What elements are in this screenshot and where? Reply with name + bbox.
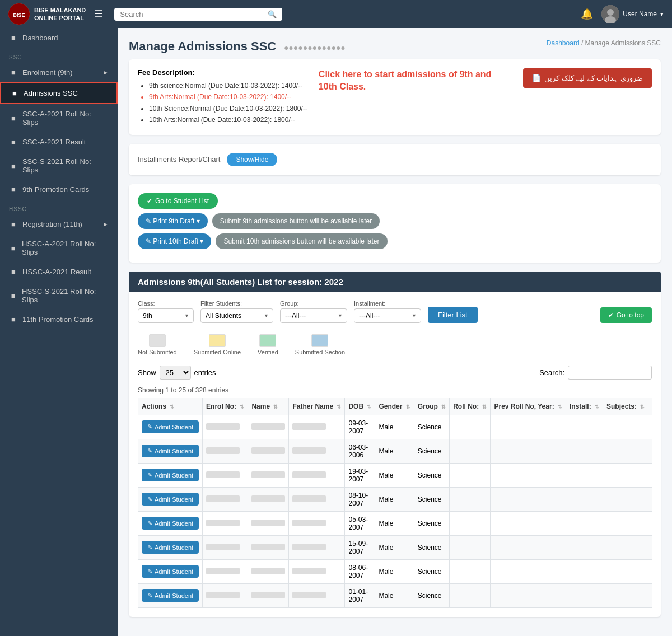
sidebar-item-label: SSC-S-2021 Roll No: Slips [22, 157, 109, 174]
print-10th-draft-button[interactable]: ✎ Print 10th Draft ▾ [138, 233, 211, 249]
sidebar-item-hssc-a-result[interactable]: ■ HSSC-A-2021 Result [0, 262, 118, 282]
cell-dob: 09-03-2007 [345, 415, 375, 439]
cell-subjects [603, 439, 648, 463]
cell-enrol [203, 463, 248, 487]
search-row: Search: [539, 366, 652, 380]
enrol-value [206, 568, 240, 574]
legend-not-submitted: Not Submitted [138, 334, 177, 356]
admit-student-button[interactable]: ✎ Admit Student [142, 589, 199, 602]
urdu-button-icon: 📄 [532, 74, 541, 82]
filter-class-select[interactable]: 9th 10th [138, 308, 194, 323]
father-value [292, 520, 326, 526]
table-search-input[interactable] [568, 366, 652, 380]
edit-icon: ✎ [147, 471, 152, 479]
roll-icon: ■ [9, 114, 18, 123]
search-box[interactable]: 🔍 [114, 8, 282, 21]
edit-icon: ✎ [147, 592, 152, 599]
cell-dob: 01-01-2007 [345, 583, 375, 607]
table-row: ✎ Admit Student 08-10-2007 Male Science … [138, 487, 652, 511]
cell-roll [450, 439, 491, 463]
filter-students-label: Filter Students: [200, 300, 273, 307]
breadcrumb-home-link[interactable]: Dashboard [547, 39, 580, 47]
edit-icon: ✎ [147, 447, 152, 455]
print-icon: ✎ [146, 217, 151, 225]
submitted-online-label: Submitted Online [194, 349, 241, 356]
sidebar-item-label: 11th Promotion Cards [22, 315, 93, 324]
cell-adm-date [648, 463, 652, 487]
promotion-icon: ■ [9, 185, 18, 194]
sidebar-item-admissions-ssc[interactable]: ■ Admissions SSC [0, 82, 118, 104]
hssc-roll-icon: ■ [9, 244, 17, 252]
entries-left: Show 25 50 100 entries [138, 366, 216, 380]
cell-name [248, 583, 289, 607]
col-name: Name ⇅ [248, 398, 289, 415]
cell-roll [450, 463, 491, 487]
cell-name [248, 535, 289, 559]
filter-class-label: Class: [138, 300, 194, 307]
cell-father [289, 487, 345, 511]
cell-actions: ✎ Admit Student [138, 439, 203, 463]
cell-group: Science [414, 463, 449, 487]
user-menu[interactable]: User Name ▾ [601, 5, 664, 23]
sidebar-item-ssc-a-result[interactable]: ■ SSC-A-2021 Result [0, 132, 118, 152]
submit-9th-later-button[interactable]: Submit 9th admissions button will be ava… [212, 213, 380, 229]
print-9th-draft-button[interactable]: ✎ Print 9th Draft ▾ [138, 213, 208, 229]
urdu-button-label: ضروری ہدایات کے لیے کلک کریں [544, 74, 643, 82]
filter-group-select[interactable]: ---All--- Science Arts [280, 308, 347, 323]
cell-roll [450, 511, 491, 535]
sidebar-item-hssc-a-roll[interactable]: ■ HSSC-A-2021 Roll No: Slips [0, 234, 118, 262]
sidebar-item-hssc-s-roll[interactable]: ■ HSSC-S-2021 Roll No: Slips [0, 282, 118, 310]
cell-subjects [603, 487, 648, 511]
admit-student-button[interactable]: ✎ Admit Student [142, 420, 199, 433]
cell-name [248, 487, 289, 511]
cell-enrol [203, 559, 248, 583]
cell-enrol [203, 439, 248, 463]
enrol-value [206, 447, 240, 454]
cell-actions: ✎ Admit Student [138, 583, 203, 607]
cell-roll [450, 583, 491, 607]
filter-students-select[interactable]: All Students [200, 308, 273, 323]
admit-student-button[interactable]: ✎ Admit Student [142, 565, 199, 578]
entries-select[interactable]: 25 50 100 [160, 366, 191, 380]
admit-student-button[interactable]: ✎ Admit Student [142, 517, 199, 530]
admit-student-button[interactable]: ✎ Admit Student [142, 469, 199, 481]
show-hide-button[interactable]: Show/Hide [227, 153, 277, 166]
submit-10th-later-button[interactable]: Submit 10th admissions button will be av… [216, 233, 387, 249]
name-value [251, 495, 285, 502]
legend-submitted-online: Submitted Online [194, 334, 241, 356]
admit-student-button[interactable]: ✎ Admit Student [142, 493, 199, 506]
breadcrumb-row: Manage Admissions SSC ●●●●●●●●●●●●● Dash… [129, 39, 661, 54]
name-value [251, 423, 285, 430]
sidebar-item-9th-promotion[interactable]: ■ 9th Promotion Cards [0, 180, 118, 199]
dropdown-icon: ▾ [660, 11, 664, 18]
filter-class-group: Class: 9th 10th [138, 300, 194, 323]
father-value [292, 495, 326, 502]
sidebar-item-ssc-s-roll[interactable]: ■ SSC-S-2021 Roll No: Slips [0, 152, 118, 180]
sidebar-item-registration[interactable]: ■ Registration (11th) ► [0, 214, 118, 234]
sidebar-item-ssc-a-roll[interactable]: ■ SSC-A-2021 Roll No: Slips [0, 104, 118, 132]
filter-list-button[interactable]: Filter List [428, 307, 478, 323]
sidebar-item-dashboard[interactable]: ■ Dashboard [0, 28, 118, 48]
hamburger-icon[interactable]: ☰ [94, 8, 103, 20]
admit-student-button[interactable]: ✎ Admit Student [142, 445, 199, 457]
cell-gender: Male [375, 463, 414, 487]
cell-gender: Male [375, 511, 414, 535]
enrol-value [206, 423, 240, 430]
admit-student-button[interactable]: ✎ Admit Student [142, 541, 199, 554]
filter-installment-select[interactable]: ---All--- [354, 308, 421, 323]
cell-install [566, 559, 603, 583]
cell-install [566, 583, 603, 607]
go-to-top-button[interactable]: ✔ Go to top [600, 307, 652, 323]
go-to-student-list-button[interactable]: ✔ Go to Student List [138, 193, 218, 209]
father-value [292, 568, 326, 574]
urdu-button[interactable]: 📄 ضروری ہدایات کے لیے کلک کریں [523, 68, 652, 88]
reg-icon: ■ [9, 220, 18, 228]
cell-prev-roll [491, 463, 566, 487]
sidebar-item-enrolment[interactable]: ■ Enrolment (9th) ► [0, 63, 118, 82]
installments-label: Installments Report/Chart [138, 155, 220, 163]
bell-icon[interactable]: 🔔 [581, 8, 593, 20]
search-input[interactable] [120, 10, 264, 18]
father-value [292, 471, 326, 478]
sidebar-item-11th-promotion[interactable]: ■ 11th Promotion Cards [0, 310, 118, 329]
topnav-right: 🔔 User Name ▾ [581, 5, 664, 23]
